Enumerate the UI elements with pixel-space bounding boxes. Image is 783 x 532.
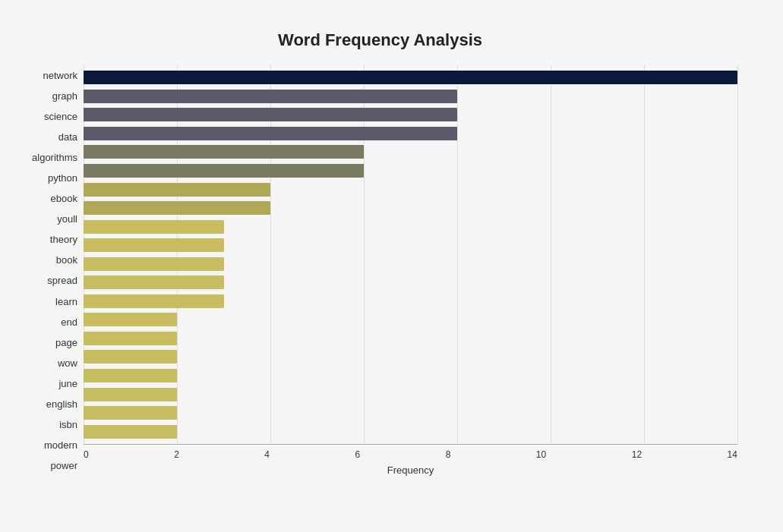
x-tick: 8 bbox=[446, 449, 451, 460]
bar-row bbox=[84, 125, 737, 142]
bar-row bbox=[84, 330, 737, 347]
bar bbox=[84, 108, 457, 121]
y-label: page bbox=[55, 338, 77, 348]
bar bbox=[84, 90, 457, 103]
y-label: spread bbox=[47, 275, 77, 285]
y-label: ebook bbox=[51, 194, 77, 203]
y-label: algorithms bbox=[32, 153, 77, 162]
y-label: wow bbox=[58, 358, 77, 368]
bar bbox=[84, 294, 224, 308]
y-label: isbn bbox=[59, 420, 77, 430]
bar-row bbox=[84, 219, 737, 235]
bars-and-xaxis: 02468101214 Frequency bbox=[84, 65, 737, 476]
bars-area bbox=[84, 65, 737, 444]
y-axis: networkgraphsciencedataalgorithmspythone… bbox=[23, 65, 84, 476]
bar-row bbox=[84, 237, 737, 253]
bar bbox=[84, 406, 177, 420]
x-axis-label: Frequency bbox=[84, 464, 737, 476]
bar bbox=[84, 388, 177, 401]
bar bbox=[84, 257, 224, 271]
y-label: learn bbox=[55, 297, 77, 307]
bar bbox=[84, 332, 177, 345]
bar-row bbox=[84, 293, 737, 310]
y-label: june bbox=[58, 379, 77, 389]
bar-row bbox=[84, 88, 737, 105]
bar-row bbox=[84, 423, 737, 440]
bar bbox=[84, 201, 270, 215]
x-tick: 6 bbox=[355, 449, 361, 460]
y-label: graph bbox=[52, 91, 77, 101]
bar bbox=[84, 183, 270, 197]
y-label: network bbox=[43, 71, 77, 80]
bar bbox=[84, 71, 737, 84]
y-label: book bbox=[56, 255, 77, 265]
bar bbox=[84, 164, 364, 178]
y-label: science bbox=[44, 112, 77, 121]
bar-row bbox=[84, 69, 737, 86]
bar bbox=[84, 220, 224, 234]
bar bbox=[84, 127, 457, 140]
y-label: end bbox=[61, 317, 77, 327]
bar-row bbox=[84, 274, 737, 291]
y-label: data bbox=[58, 132, 77, 142]
grid-line bbox=[737, 65, 738, 444]
chart-title: Word Frequency Analysis bbox=[23, 30, 737, 50]
bar-rows bbox=[84, 65, 737, 444]
bar bbox=[84, 275, 224, 289]
y-label: python bbox=[48, 173, 77, 183]
x-axis: 02468101214 bbox=[84, 444, 737, 461]
bar bbox=[84, 350, 177, 364]
y-label: theory bbox=[50, 235, 77, 244]
bar-row bbox=[84, 106, 737, 123]
bar-row bbox=[84, 348, 737, 365]
y-label: modern bbox=[44, 440, 77, 450]
bar-row bbox=[84, 311, 737, 328]
y-label: power bbox=[51, 461, 77, 471]
bar bbox=[84, 145, 364, 159]
y-label: youll bbox=[57, 214, 77, 224]
chart-area: networkgraphsciencedataalgorithmspythone… bbox=[23, 65, 737, 476]
bar-row bbox=[84, 181, 737, 198]
bar bbox=[84, 238, 224, 252]
bar-row bbox=[84, 200, 737, 216]
chart-container: Word Frequency Analysis networkgraphscie… bbox=[15, 15, 768, 532]
bar-row bbox=[84, 367, 737, 384]
bar-row bbox=[84, 162, 737, 179]
x-tick: 2 bbox=[174, 449, 179, 460]
bar bbox=[84, 313, 177, 326]
y-label: english bbox=[46, 399, 77, 409]
bar-row bbox=[84, 386, 737, 403]
x-tick: 14 bbox=[728, 449, 737, 460]
x-tick: 10 bbox=[536, 449, 546, 460]
x-tick: 4 bbox=[264, 449, 270, 460]
x-tick: 0 bbox=[84, 449, 89, 460]
bar-row bbox=[84, 405, 737, 421]
bar bbox=[84, 369, 177, 382]
bar bbox=[84, 425, 177, 439]
x-tick: 12 bbox=[632, 449, 642, 460]
bar-row bbox=[84, 256, 737, 272]
bar-row bbox=[84, 143, 737, 160]
